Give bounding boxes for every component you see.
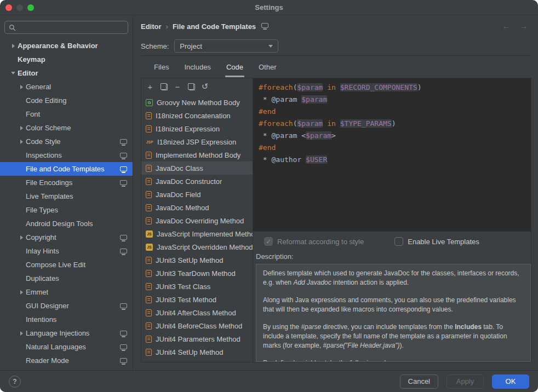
cancel-button[interactable]: Cancel <box>400 374 438 389</box>
back-icon[interactable]: ← <box>502 21 511 31</box>
template-item-javascript-implemented-method[interactable]: JSJavaScript Implemented Method <box>141 227 253 240</box>
create-child-template-button[interactable] <box>158 80 170 93</box>
live-templates-checkbox[interactable]: Enable Live Templates <box>394 237 479 246</box>
help-button[interactable]: ? <box>9 376 21 388</box>
screen-icon <box>120 344 127 349</box>
template-item-label: JavaScript Overridden Method <box>157 243 253 251</box>
sidebar-item-label: Compose Live Edit <box>26 261 85 269</box>
sidebar-item-keymap[interactable]: Keymap <box>0 53 133 66</box>
sidebar-item-copyright[interactable]: Copyright <box>0 230 133 244</box>
sidebar-item-label: Live Templates <box>26 192 73 200</box>
template-item-javascript-overridden-method[interactable]: JSJavaScript Overridden Method <box>141 240 253 253</box>
sidebar-item-code-style[interactable]: Code Style <box>0 135 133 148</box>
sidebar-item-natural-languages[interactable]: Natural Languages <box>0 340 133 354</box>
template-item-i18nized-expression[interactable]: I18nized Expression <box>141 122 253 135</box>
template-item-junit3-setup-method[interactable]: JUnit3 SetUp Method <box>141 253 253 267</box>
settings-sidebar: Appearance & BehaviorKeymapEditorGeneral… <box>0 16 133 370</box>
code-line: #end <box>259 106 525 118</box>
template-item-javadoc-method[interactable]: JavaDoc Method <box>141 201 253 214</box>
chevron-right-icon[interactable] <box>17 83 26 91</box>
sidebar-item-font[interactable]: Font <box>0 107 133 121</box>
template-item-junit4-beforeclass-method[interactable]: JUnit4 BeforeClass Method <box>141 319 253 332</box>
sidebar-item-code-editing[interactable]: Code Editing <box>0 94 133 107</box>
tab-other[interactable]: Other <box>251 56 284 78</box>
screen-icon <box>120 235 127 240</box>
duplicate-template-button[interactable] <box>185 80 197 93</box>
code-line: #end <box>259 142 525 154</box>
remove-template-button[interactable]: − <box>171 80 184 93</box>
sidebar-item-compose-live-edit[interactable]: Compose Live Edit <box>0 258 133 272</box>
screen-icon <box>120 166 127 171</box>
checkbox-icon[interactable] <box>394 237 403 246</box>
sidebar-item-file-types[interactable]: File Types <box>0 203 133 217</box>
sidebar-item-gui-designer[interactable]: GUI Designer <box>0 299 133 313</box>
description-text: Defines template which used to generate … <box>256 264 531 362</box>
sidebar-item-android-design-tools[interactable]: Android Design Tools <box>0 217 133 230</box>
chevron-right-icon[interactable] <box>17 137 26 146</box>
tab-files[interactable]: Files <box>146 56 176 78</box>
sidebar-item-duplicates[interactable]: Duplicates <box>0 272 133 285</box>
template-item-junit4-afterclass-method[interactable]: JUnit4 AfterClass Method <box>141 306 253 319</box>
sidebar-item-live-templates[interactable]: Live Templates <box>0 189 133 203</box>
sidebar-item-color-scheme[interactable]: Color Scheme <box>0 121 133 135</box>
sidebar-item-intentions[interactable]: Intentions <box>0 313 133 326</box>
minimize-window-icon <box>16 4 23 11</box>
sidebar-item-file-and-code-templates[interactable]: File and Code Templates <box>0 162 133 176</box>
sidebar-item-editor[interactable]: Editor <box>0 66 133 80</box>
sidebar-item-general[interactable]: General <box>0 80 133 94</box>
reformat-checkbox: Reformat according to style <box>264 237 364 246</box>
chevron-right-icon[interactable] <box>17 124 26 132</box>
sidebar-item-emmet[interactable]: Emmet <box>0 285 133 299</box>
ok-button[interactable]: OK <box>492 374 529 389</box>
chevron-down-icon[interactable] <box>9 69 18 78</box>
tab-code[interactable]: Code <box>219 56 251 78</box>
chevron-right-icon[interactable] <box>17 288 26 297</box>
template-item-label: JavaDoc Method <box>156 204 209 212</box>
breadcrumb-parent[interactable]: Editor <box>141 22 162 31</box>
sidebar-item-inlay-hints[interactable]: Inlay Hints <box>0 244 133 258</box>
template-item-junit3-test-method[interactable]: JUnit3 Test Method <box>141 293 253 306</box>
chevron-spacer <box>17 302 26 310</box>
scheme-select[interactable]: Project <box>174 39 278 53</box>
template-item-i18nized-jsp-expression[interactable]: JSPI18nized JSP Expression <box>141 135 253 148</box>
sidebar-item-appearance-behavior[interactable]: Appearance & Behavior <box>0 39 133 53</box>
template-item-javadoc-field[interactable]: JavaDoc Field <box>141 188 253 201</box>
sidebar-item-file-encodings[interactable]: File Encodings <box>0 176 133 189</box>
reset-template-button[interactable]: ↺ <box>199 80 211 93</box>
sidebar-item-label: File and Code Templates <box>26 165 105 173</box>
template-item-junit4-setup-method[interactable]: JUnit4 SetUp Method <box>141 345 253 359</box>
chevron-right-icon[interactable] <box>17 329 26 338</box>
template-item-implemented-method-body[interactable]: Implemented Method Body <box>141 148 253 162</box>
zoom-window-icon[interactable] <box>27 4 34 11</box>
template-item-junit4-parameters-method[interactable]: JUnit4 Parameters Method <box>141 332 253 345</box>
template-item-javadoc-class[interactable]: JavaDoc Class <box>141 162 253 175</box>
template-file-icon <box>146 309 152 316</box>
forward-icon[interactable]: → <box>519 21 528 31</box>
settings-search-input[interactable] <box>19 24 124 31</box>
sidebar-item-reader-mode[interactable]: Reader Mode <box>0 354 133 367</box>
sidebar-item-language-injections[interactable]: Language Injections <box>0 326 133 340</box>
template-item-label: JavaDoc Field <box>156 191 201 199</box>
template-item-label: JUnit4 AfterClass Method <box>156 309 236 317</box>
footer-buttons: Cancel Apply OK <box>400 374 529 389</box>
chevron-right-icon[interactable] <box>9 42 18 50</box>
close-window-icon[interactable] <box>5 4 12 11</box>
sidebar-item-inspections[interactable]: Inspections <box>0 148 133 162</box>
template-file-icon <box>146 283 152 290</box>
template-item-groovy-new-method-body[interactable]: GGroovy New Method Body <box>141 96 253 109</box>
template-item-label: JavaScript Implemented Method <box>157 230 253 238</box>
tab-includes[interactable]: Includes <box>176 56 218 78</box>
history-nav: ← → <box>502 21 531 31</box>
template-file-icon <box>146 191 152 198</box>
template-item-junit3-test-class[interactable]: JUnit3 Test Class <box>141 280 253 293</box>
template-editor[interactable]: #foreach($param in $RECORD_COMPONENTS) *… <box>253 78 531 232</box>
chevron-right-icon[interactable] <box>17 233 26 242</box>
template-item-junit3-teardown-method[interactable]: JUnit3 TearDown Method <box>141 267 253 280</box>
create-template-button[interactable]: + <box>144 80 156 93</box>
template-item-i18nized-concatenation[interactable]: I18nized Concatenation <box>141 109 253 122</box>
checkbox-icon <box>264 237 273 246</box>
template-item-javadoc-constructor[interactable]: JavaDoc Constructor <box>141 175 253 188</box>
screen-icon <box>120 358 127 363</box>
template-item-javadoc-overriding-method[interactable]: JavaDoc Overriding Method <box>141 214 253 227</box>
settings-search-box[interactable] <box>4 21 128 34</box>
